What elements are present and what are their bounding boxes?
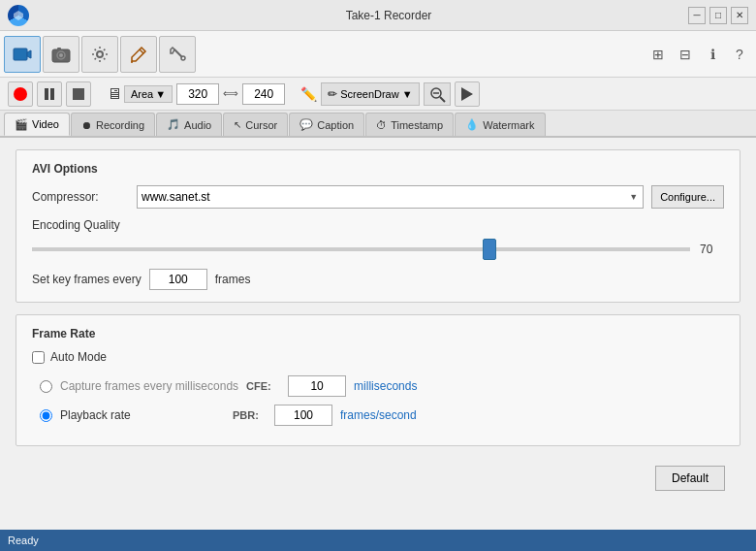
pencil2-icon: ✏	[328, 87, 337, 101]
watermark-tab-icon: 💧	[465, 118, 479, 131]
minimize-button[interactable]: ─	[688, 7, 706, 24]
window-controls: ─ □ ✕	[688, 7, 748, 24]
top-toolbar: ⊞ ⊟ ℹ ?	[0, 31, 756, 78]
record-button[interactable]	[8, 81, 33, 107]
width-input[interactable]	[176, 83, 219, 105]
capture-frames-radio[interactable]	[40, 380, 52, 393]
frame-rate-title: Frame Rate	[32, 327, 724, 340]
tab-recording[interactable]: ⏺ Recording	[71, 113, 155, 136]
audio-tab-icon: 🎵	[167, 118, 180, 131]
slider-value: 70	[700, 243, 724, 256]
playback-rate-label: Playback rate	[60, 408, 225, 422]
slider-row: 70	[32, 240, 724, 259]
playback-rate-row: Playback rate PBR: frames/second	[32, 405, 724, 426]
cfe-input[interactable]	[288, 375, 346, 397]
svg-rect-0	[14, 49, 27, 60]
close-button[interactable]: ✕	[731, 7, 748, 24]
screendraw-label: ScreenDraw	[340, 88, 399, 100]
svg-line-10	[440, 97, 445, 102]
caption-tab-icon: 💬	[299, 118, 313, 131]
record-toolbar: 🖥 Area ▼ ⟺ ✏️ ✏ ScreenDraw ▼	[0, 78, 756, 111]
title-bar: Take-1 Recorder ─ □ ✕	[0, 0, 756, 31]
pbr-unit: frames/second	[340, 408, 417, 422]
tab-audio[interactable]: 🎵 Audio	[156, 113, 222, 136]
compressor-label: Compressor:	[32, 190, 129, 204]
status-text: Ready	[8, 535, 39, 546]
toolbar-camera-btn[interactable]	[43, 36, 79, 73]
grid-icon-btn[interactable]: ⊟	[673, 42, 698, 67]
zoom-btn[interactable]	[424, 82, 451, 106]
tab-bar: 🎬 Video ⏺ Recording 🎵 Audio ↖ Cursor 💬 C…	[0, 111, 756, 138]
svg-point-8	[181, 56, 185, 60]
avi-options-section: AVI Options Compressor: www.sanet.st Con…	[16, 149, 740, 303]
pbr-tag: PBR:	[233, 409, 267, 421]
help-icon-btn[interactable]: ?	[727, 42, 752, 67]
quality-slider[interactable]	[32, 247, 690, 251]
record-dot-icon	[14, 87, 27, 101]
timestamp-tab-icon: ⏱	[376, 119, 387, 131]
window-title: Take-1 Recorder	[29, 9, 748, 22]
info-icon-btn[interactable]: ℹ	[700, 42, 725, 67]
keyframes-label: Set key frames every	[32, 273, 142, 286]
toolbar-settings-btn[interactable]	[81, 36, 118, 73]
configure-button[interactable]: Configure...	[651, 185, 724, 209]
windows-icon-btn[interactable]: ⊞	[646, 42, 671, 67]
video-tab-label: Video	[32, 118, 59, 130]
maximize-button[interactable]: □	[709, 7, 727, 24]
caption-tab-label: Caption	[317, 119, 354, 131]
keyframes-input[interactable]	[149, 269, 207, 290]
avi-options-title: AVI Options	[32, 162, 724, 176]
encoding-quality-section: Encoding Quality 70	[32, 218, 724, 259]
compressor-wrapper: www.sanet.st	[137, 185, 644, 209]
encoding-quality-label: Encoding Quality	[32, 218, 724, 232]
pbr-input[interactable]	[274, 405, 332, 426]
tab-timestamp[interactable]: ⏱ Timestamp	[365, 113, 454, 136]
svg-rect-5	[57, 48, 61, 50]
compressor-row: Compressor: www.sanet.st Configure...	[32, 185, 724, 209]
screendraw-chevron-icon: ▼	[402, 88, 413, 100]
cfe-tag: CFE:	[246, 380, 280, 392]
auto-mode-checkbox[interactable]	[32, 351, 45, 364]
default-button[interactable]: Default	[655, 466, 725, 491]
status-bar: Ready	[0, 530, 756, 551]
tab-cursor[interactable]: ↖ Cursor	[223, 113, 288, 136]
video-tab-icon: 🎬	[15, 118, 28, 131]
height-input[interactable]	[242, 83, 285, 105]
tab-caption[interactable]: 💬 Caption	[289, 113, 364, 136]
watermark-tab-label: Watermark	[483, 119, 534, 131]
tab-watermark[interactable]: 💧 Watermark	[455, 113, 545, 136]
play-icon	[461, 87, 473, 101]
toolbar-video-btn[interactable]	[4, 36, 41, 73]
main-content: AVI Options Compressor: www.sanet.st Con…	[0, 138, 756, 530]
audio-tab-label: Audio	[184, 119, 211, 131]
timestamp-tab-label: Timestamp	[391, 119, 443, 131]
area-dropdown-btn[interactable]: Area ▼	[124, 85, 173, 103]
toolbar-brush-btn[interactable]	[120, 36, 157, 73]
stop-button[interactable]	[66, 81, 91, 107]
recording-tab-icon: ⏺	[81, 119, 92, 131]
capture-frames-row: Capture frames every milliseconds CFE: m…	[32, 375, 724, 397]
recording-tab-label: Recording	[96, 119, 144, 131]
auto-mode-row: Auto Mode	[32, 350, 724, 364]
frame-rate-section: Frame Rate Auto Mode Capture frames ever…	[16, 314, 740, 446]
cfe-unit: milliseconds	[354, 379, 417, 393]
monitor-icon: 🖥	[107, 85, 122, 103]
area-selector: 🖥 Area ▼	[107, 85, 173, 103]
keyframes-row: Set key frames every frames	[32, 269, 724, 290]
pencil-icon: ✏️	[300, 86, 317, 102]
tab-video[interactable]: 🎬 Video	[4, 113, 70, 136]
play-button[interactable]	[455, 81, 480, 107]
keyframes-suffix: frames	[215, 273, 251, 286]
compressor-select[interactable]: www.sanet.st	[137, 185, 644, 209]
screendraw-btn[interactable]: ✏ ScreenDraw ▼	[321, 82, 419, 106]
cursor-tab-icon: ↖	[234, 119, 241, 130]
bottom-row: Default	[16, 458, 740, 499]
toolbar-tools-btn[interactable]	[159, 36, 196, 73]
slider-wrapper	[32, 240, 690, 259]
area-label: Area	[131, 88, 153, 100]
playback-rate-radio[interactable]	[40, 409, 52, 422]
svg-marker-1	[27, 50, 31, 58]
pause-button[interactable]	[37, 81, 62, 107]
area-chevron-icon: ▼	[155, 88, 166, 100]
pause-icon	[45, 88, 54, 100]
